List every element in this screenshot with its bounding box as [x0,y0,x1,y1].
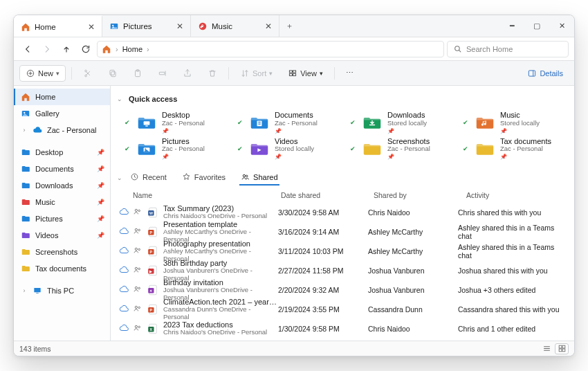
people-icon [133,265,147,275]
tab-favorites[interactable]: Favorites [181,170,227,186]
sidebar-item-onedrive[interactable]: › Zac - Personal [14,122,110,138]
home-icon [21,22,30,32]
file-row[interactable]: P Photography presentation Ashley McCart… [119,242,564,260]
forward-button[interactable] [39,41,55,57]
svg-rect-69 [559,345,562,348]
file-row[interactable]: W Tax Summary (2023) Chris Naidoo's OneD… [119,203,564,221]
view-icon [288,69,297,78]
close-button[interactable]: ✕ [549,15,574,37]
maximize-button[interactable]: ▢ [524,15,549,37]
file-row[interactable]: X 2023 Tax deductions Chris Naidoo's One… [119,320,564,338]
col-date[interactable]: Date shared [281,191,371,199]
file-row[interactable]: ✦ Birthday invitation Joshua Vanburen's … [119,281,564,299]
sidebar-item-videos[interactable]: Videos 📌 [14,227,110,244]
up-button[interactable] [58,41,75,57]
details-button[interactable]: Details [522,65,569,82]
breadcrumb[interactable]: › Home › [97,41,444,57]
svg-point-34 [135,228,137,230]
chevron-right-icon: › [21,127,28,134]
trash-icon [208,69,217,78]
share-button [177,65,198,82]
star-icon [182,172,191,181]
quick-access-item[interactable]: ✔ Documents Zac - Personal 📌 [237,111,339,134]
col-name[interactable]: Name [133,191,278,199]
sort-icon [240,69,250,78]
svg-point-59 [135,325,137,327]
explorer-window: Home ✕ Pictures ✕ Music ✕ ＋ ━ ▢ ✕ › Home [13,15,575,356]
file-shared-by: Cassandra Dunn [368,305,458,314]
col-by[interactable]: Shared by [374,191,463,199]
sidebar-item-gallery[interactable]: Gallery [14,105,110,122]
clock-icon [130,172,139,181]
breadcrumb-item[interactable]: Home [122,45,143,53]
file-location: Chris Naidoo's OneDrive - Personal [163,329,278,336]
sidebar-item-documents[interactable]: Documents 📌 [14,161,110,177]
tab-home[interactable]: Home ✕ [14,15,102,37]
back-button[interactable] [19,41,36,57]
file-row[interactable]: ▶ 38th Birthday party Joshua Vanburen's … [119,262,564,280]
sidebar-item-home[interactable]: Home [14,89,110,105]
quick-access-item[interactable]: ✔ Music Stored locally 📌 [463,111,564,134]
copy-button [102,65,123,82]
chevron-right-icon: › [147,45,149,53]
search-input[interactable]: Search Home [447,41,569,57]
close-icon[interactable]: ✕ [176,21,183,31]
quick-access-header[interactable]: ⌄ Quick access [116,91,564,107]
more-button[interactable]: ⋯ [340,65,359,82]
sync-icon: ✔ [350,145,356,152]
sidebar-item-pictures[interactable]: Pictures 📌 [14,210,110,227]
close-icon[interactable]: ✕ [88,22,95,32]
section-tabs-row: ⌄ Recent Favorites Shared [116,170,564,186]
quick-access-item[interactable]: ✔ Screenshots Zac - Personal 📌 [350,137,452,161]
navigation-pane: Home Gallery › Zac - Personal Desktop 📌 … [14,86,111,341]
new-button[interactable]: New ▾ [19,65,66,82]
svg-point-27 [243,174,245,177]
quick-access-item[interactable]: ✔ Videos Stored locally 📌 [237,137,339,161]
sidebar-item-screenshots[interactable]: Screenshots [14,244,110,260]
close-icon[interactable]: ✕ [265,21,272,31]
rename-button [152,65,173,82]
minimize-button[interactable]: ━ [499,15,524,37]
svg-rect-21 [144,121,150,125]
view-button[interactable]: View▾ [282,65,329,82]
pin-icon: 📌 [97,149,104,156]
file-type-icon: P [147,225,159,239]
quick-access-grid: ✔ Desktop Zac - Personal 📌 ✔ Documents Z… [125,111,564,161]
file-row[interactable]: P Presentation template Ashley McCarthy'… [119,223,564,241]
sidebar-item-desktop[interactable]: Desktop 📌 [14,144,110,161]
details-view-toggle[interactable] [540,343,553,354]
sort-button[interactable]: Sort▾ [235,65,278,82]
sync-icon: ✔ [463,145,468,152]
file-activity: Chris shared this with you [458,208,564,217]
quick-access-item[interactable]: ✔ Downloads Stored locally 📌 [350,111,452,134]
file-activity: Cassandra shared this with you [458,305,564,314]
sidebar-item-this-pc[interactable]: › This PC [14,282,110,299]
quick-access-item[interactable]: ✔ Pictures Zac - Personal 📌 [125,137,226,161]
sidebar-item-music[interactable]: Music 📌 [14,194,110,210]
refresh-button[interactable] [77,41,94,57]
svg-text:✦: ✦ [149,289,152,293]
people-icon [133,246,147,256]
home-icon [21,92,30,102]
file-date: 2/20/2024 9:32 AM [278,286,368,294]
quick-access-item[interactable]: ✔ Desktop Zac - Personal 📌 [125,111,226,134]
sidebar-item-downloads[interactable]: Downloads 📌 [14,177,110,194]
svg-rect-72 [562,349,565,352]
svg-rect-12 [290,70,293,72]
file-date: 3/16/2024 9:14 AM [278,228,368,236]
tab-pictures[interactable]: Pictures ✕ [102,15,191,37]
sidebar-item-tax documents[interactable]: Tax documents [14,260,110,277]
tab-music[interactable]: Music ✕ [191,15,279,37]
svg-point-35 [138,229,140,230]
thumbnails-view-toggle[interactable] [555,343,569,354]
cloud-icon [33,125,42,135]
folder-icon [21,147,30,157]
tab-shared[interactable]: Shared [239,170,279,186]
tab-recent[interactable]: Recent [129,170,168,186]
folder-icon [21,264,30,273]
file-location: Chris Naidoo's OneDrive - Personal [163,212,278,219]
col-activity[interactable]: Activity [466,191,564,199]
new-tab-button[interactable]: ＋ [279,15,299,37]
file-row[interactable]: P ClimateAction.tech 2021 – year i... Ca… [119,300,564,318]
quick-access-item[interactable]: ✔ Tax documents Zac - Personal 📌 [463,137,564,161]
